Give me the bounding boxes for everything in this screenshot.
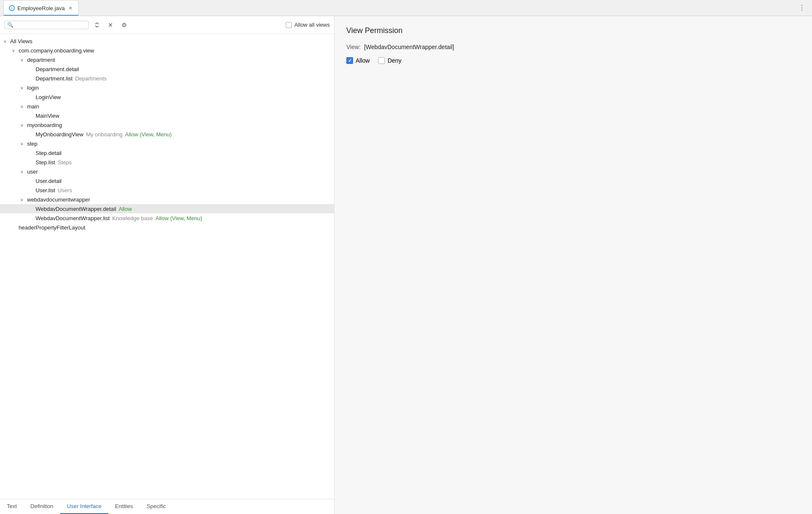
- tree-node[interactable]: WebdavDocumentWrapper.listKnowledge base…: [0, 213, 334, 223]
- tree-chevron[interactable]: ∨: [20, 86, 27, 90]
- tree-node-alias: Users: [58, 187, 72, 193]
- tree-node-label: WebdavDocumentWrapper.list: [36, 215, 110, 221]
- tree-node-label: Step.detail: [36, 150, 61, 156]
- settings-icon: ⚙: [122, 22, 127, 28]
- tree-node-label: department: [27, 57, 55, 63]
- tree-node-label: myonboarding: [27, 122, 62, 128]
- tree-node[interactable]: ∨step: [0, 139, 334, 148]
- allow-perm-item: Allow: [346, 57, 370, 64]
- allow-all-views-label: Allow all views: [294, 22, 330, 28]
- tree-node-permission: Allow: [119, 206, 132, 212]
- permission-checkboxes: Allow Deny: [346, 57, 800, 64]
- up-down-button[interactable]: [91, 19, 102, 30]
- tab-close-button[interactable]: ✕: [67, 5, 73, 11]
- allow-label: Allow: [356, 57, 370, 64]
- tree-node-label: LoginView: [36, 94, 61, 100]
- tree-area: ∨All Views∨com.company.onboarding.view∨d…: [0, 34, 334, 499]
- deny-checkbox[interactable]: [378, 57, 385, 64]
- tree-node[interactable]: ∨user: [0, 167, 334, 176]
- tree-node[interactable]: Step.listSteps: [0, 158, 334, 167]
- tree-node[interactable]: ∨login: [0, 83, 334, 92]
- tree-node-label: login: [27, 85, 39, 91]
- settings-button[interactable]: ⚙: [119, 19, 130, 30]
- allow-checkbox[interactable]: [346, 57, 353, 64]
- view-label: View:: [346, 44, 361, 50]
- tree-node[interactable]: Department.listDepartments: [0, 74, 334, 83]
- tree-node-alias: My onboarding: [86, 131, 122, 138]
- tab-bar: i EmployeeRole.java ✕ ⋮: [0, 0, 812, 16]
- close-button[interactable]: ✕: [105, 19, 116, 30]
- main-area: 🔍 ✕ ⚙ Allow all views ∨All Views∨c: [0, 16, 812, 514]
- tree-chevron[interactable]: ∨: [20, 169, 27, 174]
- tree-node-alias: Departments: [75, 75, 106, 82]
- tree-node[interactable]: MyOnboardingViewMy onboardingAllow (View…: [0, 130, 334, 139]
- up-down-icon: [94, 22, 100, 28]
- bottom-tab-specific[interactable]: Specific: [140, 499, 173, 514]
- close-icon: ✕: [108, 22, 113, 28]
- view-permission-title: View Permission: [346, 26, 800, 35]
- tree-node[interactable]: Step.detail: [0, 148, 334, 158]
- right-panel: View Permission View: [WebdavDocumentWra…: [334, 16, 812, 514]
- tree-node[interactable]: WebdavDocumentWrapper.detailAllow: [0, 204, 334, 213]
- tab-file-icon: i: [9, 5, 15, 11]
- deny-label: Deny: [387, 57, 401, 64]
- tree-chevron[interactable]: ∨: [20, 58, 27, 62]
- tree-node-alias: Knowledge base: [112, 215, 153, 221]
- tree-node-label: com.company.onboarding.view: [19, 47, 94, 54]
- tree-node[interactable]: ∨All Views: [0, 36, 334, 46]
- view-value: [WebdavDocumentWrapper.detail]: [364, 44, 454, 50]
- tree-chevron[interactable]: ∨: [20, 197, 27, 202]
- bottom-tab-entities[interactable]: Entities: [108, 499, 140, 514]
- bottom-tabs: TextDefinitionUser InterfaceEntitiesSpec…: [0, 499, 334, 514]
- tree-chevron[interactable]: ∨: [12, 48, 19, 53]
- search-icon: 🔍: [7, 22, 14, 28]
- tree-node-label: User.detail: [36, 178, 61, 184]
- tab-employeerole[interactable]: i EmployeeRole.java ✕: [3, 0, 79, 16]
- tree-node-label: User.list: [36, 187, 55, 193]
- tree-node-label: headerPropertyFilterLayout: [19, 224, 86, 231]
- bottom-tab-text[interactable]: Text: [0, 499, 24, 514]
- tree-chevron[interactable]: ∨: [20, 141, 27, 146]
- deny-perm-item: Deny: [378, 57, 401, 64]
- tree-node-permission: Allow (View, Menu): [125, 131, 171, 138]
- allow-all-views-container: Allow all views: [286, 22, 330, 28]
- tree-node-label: MainView: [36, 113, 59, 119]
- tree-node[interactable]: headerPropertyFilterLayout: [0, 223, 334, 232]
- search-input[interactable]: [15, 22, 86, 28]
- tree-chevron[interactable]: ∨: [20, 123, 27, 127]
- tree-node-alias: Steps: [58, 159, 72, 166]
- tab-more-button[interactable]: ⋮: [795, 2, 809, 14]
- tree-node-label: webdavdocumentwrapper: [27, 196, 90, 203]
- tree-node-label: main: [27, 103, 39, 110]
- tree-node-label: WebdavDocumentWrapper.detail: [36, 206, 116, 212]
- tree-chevron[interactable]: ∨: [20, 104, 27, 109]
- tree-node-label: All Views: [10, 38, 33, 44]
- tree-node[interactable]: ∨myonboarding: [0, 120, 334, 130]
- tree-node[interactable]: Department.detail: [0, 64, 334, 74]
- tree-node[interactable]: ∨com.company.onboarding.view: [0, 46, 334, 55]
- tree-node-label: Step.list: [36, 159, 55, 166]
- toolbar: 🔍 ✕ ⚙ Allow all views: [0, 16, 334, 34]
- allow-all-views-checkbox[interactable]: [286, 22, 292, 28]
- tree-node[interactable]: ∨department: [0, 55, 334, 64]
- tree-node[interactable]: ∨main: [0, 102, 334, 111]
- search-box[interactable]: 🔍: [4, 21, 89, 29]
- tree-node[interactable]: User.detail: [0, 176, 334, 185]
- tree-node-label: Department.detail: [36, 66, 79, 72]
- left-panel: 🔍 ✕ ⚙ Allow all views ∨All Views∨c: [0, 16, 334, 514]
- tree-node-label: user: [27, 169, 38, 175]
- view-permission-view-row: View: [WebdavDocumentWrapper.detail]: [346, 44, 800, 50]
- tree-node-permission: Allow (View, Menu): [155, 215, 202, 221]
- tree-node-label: Department.list: [36, 75, 72, 82]
- tree-node-label: MyOnboardingView: [36, 131, 83, 138]
- tree-node[interactable]: User.listUsers: [0, 185, 334, 195]
- tree-node[interactable]: LoginView: [0, 92, 334, 102]
- tree-node[interactable]: ∨webdavdocumentwrapper: [0, 195, 334, 204]
- tab-label: EmployeeRole.java: [17, 5, 65, 11]
- tree-node[interactable]: MainView: [0, 111, 334, 120]
- bottom-tab-user-interface[interactable]: User Interface: [60, 499, 108, 514]
- tab-active-underline: [4, 15, 78, 16]
- bottom-tab-definition[interactable]: Definition: [24, 499, 60, 514]
- tree-chevron[interactable]: ∨: [3, 39, 10, 44]
- tree-node-label: step: [27, 141, 38, 147]
